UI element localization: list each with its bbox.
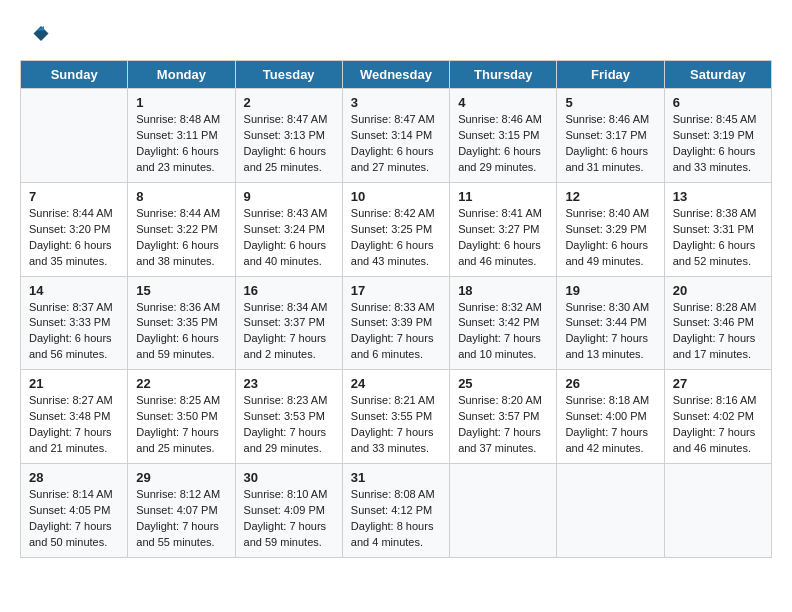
calendar-cell: 2Sunrise: 8:47 AMSunset: 3:13 PMDaylight… [235,89,342,183]
cell-content: Sunrise: 8:34 AMSunset: 3:37 PMDaylight:… [244,300,334,364]
calendar-cell: 15Sunrise: 8:36 AMSunset: 3:35 PMDayligh… [128,276,235,370]
calendar-cell: 26Sunrise: 8:18 AMSunset: 4:00 PMDayligh… [557,370,664,464]
day-number: 7 [29,189,119,204]
cell-content: Sunrise: 8:40 AMSunset: 3:29 PMDaylight:… [565,206,655,270]
day-number: 24 [351,376,441,391]
calendar-cell: 23Sunrise: 8:23 AMSunset: 3:53 PMDayligh… [235,370,342,464]
day-number: 13 [673,189,763,204]
day-number: 25 [458,376,548,391]
cell-content: Sunrise: 8:20 AMSunset: 3:57 PMDaylight:… [458,393,548,457]
cell-content: Sunrise: 8:27 AMSunset: 3:48 PMDaylight:… [29,393,119,457]
calendar-cell: 20Sunrise: 8:28 AMSunset: 3:46 PMDayligh… [664,276,771,370]
calendar-cell: 10Sunrise: 8:42 AMSunset: 3:25 PMDayligh… [342,182,449,276]
cell-content: Sunrise: 8:38 AMSunset: 3:31 PMDaylight:… [673,206,763,270]
calendar-cell: 3Sunrise: 8:47 AMSunset: 3:14 PMDaylight… [342,89,449,183]
cell-content: Sunrise: 8:25 AMSunset: 3:50 PMDaylight:… [136,393,226,457]
cell-content: Sunrise: 8:14 AMSunset: 4:05 PMDaylight:… [29,487,119,551]
calendar-cell: 18Sunrise: 8:32 AMSunset: 3:42 PMDayligh… [450,276,557,370]
day-number: 27 [673,376,763,391]
calendar-cell [21,89,128,183]
cell-content: Sunrise: 8:12 AMSunset: 4:07 PMDaylight:… [136,487,226,551]
day-number: 17 [351,283,441,298]
calendar-cell: 7Sunrise: 8:44 AMSunset: 3:20 PMDaylight… [21,182,128,276]
calendar-cell: 16Sunrise: 8:34 AMSunset: 3:37 PMDayligh… [235,276,342,370]
calendar-cell: 31Sunrise: 8:08 AMSunset: 4:12 PMDayligh… [342,464,449,558]
cell-content: Sunrise: 8:30 AMSunset: 3:44 PMDaylight:… [565,300,655,364]
column-header-thursday: Thursday [450,61,557,89]
day-number: 31 [351,470,441,485]
calendar-cell: 1Sunrise: 8:48 AMSunset: 3:11 PMDaylight… [128,89,235,183]
column-header-sunday: Sunday [21,61,128,89]
day-number: 2 [244,95,334,110]
day-number: 5 [565,95,655,110]
logo-icon [20,20,50,50]
calendar-cell: 22Sunrise: 8:25 AMSunset: 3:50 PMDayligh… [128,370,235,464]
day-number: 22 [136,376,226,391]
cell-content: Sunrise: 8:41 AMSunset: 3:27 PMDaylight:… [458,206,548,270]
cell-content: Sunrise: 8:36 AMSunset: 3:35 PMDaylight:… [136,300,226,364]
day-number: 23 [244,376,334,391]
day-number: 14 [29,283,119,298]
calendar-cell: 14Sunrise: 8:37 AMSunset: 3:33 PMDayligh… [21,276,128,370]
calendar-cell: 24Sunrise: 8:21 AMSunset: 3:55 PMDayligh… [342,370,449,464]
day-number: 16 [244,283,334,298]
cell-content: Sunrise: 8:18 AMSunset: 4:00 PMDaylight:… [565,393,655,457]
calendar-cell: 28Sunrise: 8:14 AMSunset: 4:05 PMDayligh… [21,464,128,558]
calendar-cell: 9Sunrise: 8:43 AMSunset: 3:24 PMDaylight… [235,182,342,276]
cell-content: Sunrise: 8:46 AMSunset: 3:15 PMDaylight:… [458,112,548,176]
cell-content: Sunrise: 8:23 AMSunset: 3:53 PMDaylight:… [244,393,334,457]
day-number: 28 [29,470,119,485]
day-number: 6 [673,95,763,110]
day-number: 21 [29,376,119,391]
cell-content: Sunrise: 8:16 AMSunset: 4:02 PMDaylight:… [673,393,763,457]
day-number: 18 [458,283,548,298]
day-number: 20 [673,283,763,298]
cell-content: Sunrise: 8:43 AMSunset: 3:24 PMDaylight:… [244,206,334,270]
day-number: 1 [136,95,226,110]
calendar-cell: 29Sunrise: 8:12 AMSunset: 4:07 PMDayligh… [128,464,235,558]
day-number: 15 [136,283,226,298]
day-number: 4 [458,95,548,110]
column-header-friday: Friday [557,61,664,89]
calendar-cell: 21Sunrise: 8:27 AMSunset: 3:48 PMDayligh… [21,370,128,464]
cell-content: Sunrise: 8:32 AMSunset: 3:42 PMDaylight:… [458,300,548,364]
cell-content: Sunrise: 8:21 AMSunset: 3:55 PMDaylight:… [351,393,441,457]
calendar-cell [450,464,557,558]
calendar-cell: 6Sunrise: 8:45 AMSunset: 3:19 PMDaylight… [664,89,771,183]
page-header [20,20,772,50]
calendar-cell: 30Sunrise: 8:10 AMSunset: 4:09 PMDayligh… [235,464,342,558]
cell-content: Sunrise: 8:44 AMSunset: 3:20 PMDaylight:… [29,206,119,270]
day-number: 10 [351,189,441,204]
column-header-saturday: Saturday [664,61,771,89]
cell-content: Sunrise: 8:42 AMSunset: 3:25 PMDaylight:… [351,206,441,270]
day-number: 8 [136,189,226,204]
day-number: 26 [565,376,655,391]
cell-content: Sunrise: 8:44 AMSunset: 3:22 PMDaylight:… [136,206,226,270]
calendar-cell: 27Sunrise: 8:16 AMSunset: 4:02 PMDayligh… [664,370,771,464]
calendar-cell: 13Sunrise: 8:38 AMSunset: 3:31 PMDayligh… [664,182,771,276]
calendar-cell: 5Sunrise: 8:46 AMSunset: 3:17 PMDaylight… [557,89,664,183]
svg-marker-1 [37,26,45,31]
calendar-table: SundayMondayTuesdayWednesdayThursdayFrid… [20,60,772,558]
column-header-monday: Monday [128,61,235,89]
cell-content: Sunrise: 8:33 AMSunset: 3:39 PMDaylight:… [351,300,441,364]
cell-content: Sunrise: 8:10 AMSunset: 4:09 PMDaylight:… [244,487,334,551]
day-number: 11 [458,189,548,204]
day-number: 29 [136,470,226,485]
calendar-cell: 12Sunrise: 8:40 AMSunset: 3:29 PMDayligh… [557,182,664,276]
logo [20,20,54,50]
day-number: 19 [565,283,655,298]
day-number: 30 [244,470,334,485]
cell-content: Sunrise: 8:37 AMSunset: 3:33 PMDaylight:… [29,300,119,364]
cell-content: Sunrise: 8:47 AMSunset: 3:14 PMDaylight:… [351,112,441,176]
calendar-cell: 19Sunrise: 8:30 AMSunset: 3:44 PMDayligh… [557,276,664,370]
cell-content: Sunrise: 8:47 AMSunset: 3:13 PMDaylight:… [244,112,334,176]
calendar-cell: 17Sunrise: 8:33 AMSunset: 3:39 PMDayligh… [342,276,449,370]
day-number: 3 [351,95,441,110]
day-number: 12 [565,189,655,204]
day-number: 9 [244,189,334,204]
calendar-cell: 4Sunrise: 8:46 AMSunset: 3:15 PMDaylight… [450,89,557,183]
calendar-cell: 11Sunrise: 8:41 AMSunset: 3:27 PMDayligh… [450,182,557,276]
calendar-cell [664,464,771,558]
cell-content: Sunrise: 8:28 AMSunset: 3:46 PMDaylight:… [673,300,763,364]
